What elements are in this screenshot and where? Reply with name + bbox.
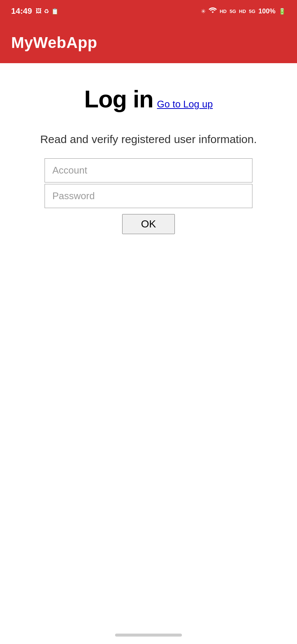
5g-signal-2: 5G [249, 9, 255, 14]
app-bar: MyWebApp [0, 22, 297, 63]
status-time: 14:49 [11, 6, 32, 16]
5g-signal-1: 5G [229, 9, 236, 14]
page-heading: Log in Go to Log up [84, 85, 213, 113]
sync-icon: ♻ [44, 8, 49, 15]
account-input[interactable] [45, 158, 252, 182]
app-title: MyWebApp [11, 34, 97, 52]
login-form: OK [45, 158, 252, 234]
status-bar: 14:49 🖼 ♻ 📋 ✳ HD 5G HD 5G 100% 🔋 [0, 0, 297, 22]
password-input[interactable] [45, 184, 252, 208]
bluetooth-icon: ✳ [201, 8, 206, 15]
page-title: Log in [84, 85, 153, 113]
status-right: ✳ HD 5G HD 5G 100% 🔋 [201, 7, 286, 15]
page-description: Read and verify registered user informat… [40, 132, 257, 147]
status-left: 14:49 🖼 ♻ 📋 [11, 6, 59, 16]
battery-percentage: 100% [258, 7, 275, 15]
status-icons-left: 🖼 ♻ 📋 [36, 8, 59, 15]
go-to-log-up-link[interactable]: Go to Log up [157, 98, 213, 110]
home-indicator [115, 634, 182, 637]
hd-badge-1: HD [220, 9, 227, 14]
clipboard-icon: 📋 [51, 8, 59, 15]
ok-button[interactable]: OK [122, 214, 175, 234]
gallery-icon: 🖼 [36, 8, 42, 14]
battery-icon: 🔋 [278, 8, 286, 15]
main-content: Log in Go to Log up Read and verify regi… [0, 63, 297, 249]
hd-badge-2: HD [239, 9, 246, 14]
wifi-icon [209, 7, 217, 15]
